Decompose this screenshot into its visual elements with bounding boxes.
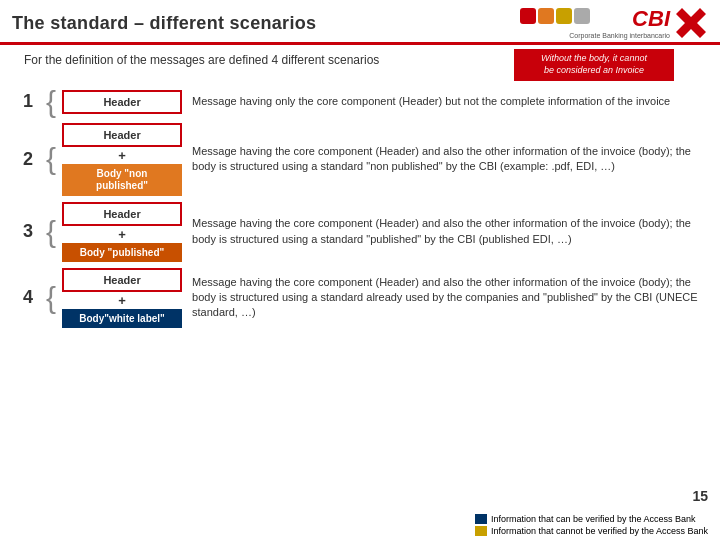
header-box-4: Header	[62, 268, 182, 292]
plus-2: +	[62, 149, 182, 162]
scenario-desc-3: Message having the core component (Heade…	[192, 216, 700, 247]
legend-item-2: Information that cannot be verified by t…	[475, 526, 708, 536]
scenario-boxes-2: Header + Body "nonpublished"	[62, 123, 182, 196]
scenario-boxes-3: Header + Body "published"	[62, 202, 182, 262]
scenario-number-3: 3	[20, 221, 36, 242]
legend-text-2: Information that cannot be verified by t…	[491, 526, 708, 536]
legend-color-1	[475, 514, 487, 524]
footer-legend: Information that can be verified by the …	[475, 514, 708, 536]
top-bar: The standard – different scenarios CBI C…	[0, 0, 720, 45]
scenarios-list: 1 { Header Message having only the core …	[16, 87, 704, 328]
scenario-row-3: 3 { Header + Body "published" Message ha…	[20, 202, 700, 262]
header-box-2: Header	[62, 123, 182, 147]
body-box-4: Body"white label"	[62, 309, 182, 328]
legend-color-2	[475, 526, 487, 536]
scenario-boxes-4: Header + Body"white label"	[62, 268, 182, 328]
legend-item-1: Information that can be verified by the …	[475, 514, 708, 524]
scenario-desc-4: Message having the core component (Heade…	[192, 275, 700, 321]
color-bar	[520, 8, 590, 24]
cbi-logo: CBI Corporate Banking interbancario	[569, 6, 708, 40]
scenario-row-4: 4 { Header + Body"white label" Message h…	[20, 268, 700, 328]
main-content: Without the body, it cannot be considere…	[0, 45, 720, 331]
scenario-boxes-1: Header	[62, 90, 182, 114]
brace-2: {	[46, 144, 56, 174]
scenario-row-1: 1 { Header Message having only the core …	[20, 87, 700, 117]
plus-3: +	[62, 228, 182, 241]
dot-orange	[538, 8, 554, 24]
plus-4: +	[62, 294, 182, 307]
warning-line1: Without the body, it cannot	[541, 53, 647, 63]
brace-1: {	[46, 87, 56, 117]
header-box-3: Header	[62, 202, 182, 226]
warning-box: Without the body, it cannot be considere…	[514, 49, 674, 80]
dot-red	[520, 8, 536, 24]
page-number: 15	[692, 488, 708, 504]
cbi-cross-icon	[674, 6, 708, 40]
brace-4: {	[46, 283, 56, 313]
dot-gray	[574, 8, 590, 24]
scenario-number-1: 1	[20, 91, 36, 112]
cbi-subtitle: Corporate Banking interbancario	[569, 32, 670, 40]
legend-text-1: Information that can be verified by the …	[491, 514, 696, 524]
header-box-1: Header	[62, 90, 182, 114]
svg-marker-0	[676, 8, 706, 38]
scenario-number-4: 4	[20, 287, 36, 308]
body-box-2: Body "nonpublished"	[62, 164, 182, 196]
footer: Information that can be verified by the …	[0, 510, 720, 540]
dot-gold	[556, 8, 572, 24]
scenario-desc-1: Message having only the core component (…	[192, 94, 700, 109]
body-box-3: Body "published"	[62, 243, 182, 262]
scenario-row-2: 2 { Header + Body "nonpublished" Message…	[20, 123, 700, 196]
cbi-label: CBI	[632, 6, 670, 32]
page-title: The standard – different scenarios	[12, 13, 316, 34]
scenario-desc-2: Message having the core component (Heade…	[192, 144, 700, 175]
scenario-number-2: 2	[20, 149, 36, 170]
brace-3: {	[46, 217, 56, 247]
warning-line2: be considered an Invoice	[544, 65, 644, 75]
